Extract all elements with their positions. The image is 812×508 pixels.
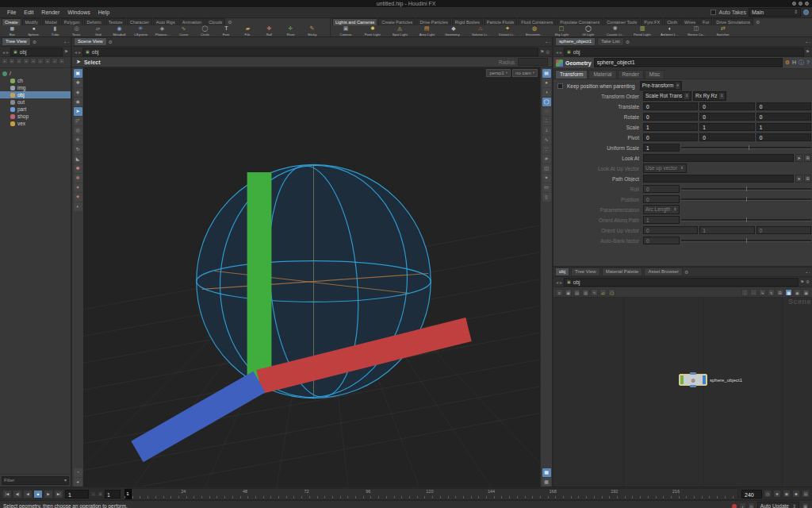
tree-item-out[interactable]: out (0, 98, 71, 106)
tab-tree-view[interactable]: Tree View (2, 37, 31, 46)
forward-icon[interactable]: ▸ (79, 49, 81, 55)
pin-icon[interactable]: ⚑ (64, 49, 68, 54)
shelf-tab-modify[interactable]: Modify (22, 18, 41, 25)
shelf-tool-spot-light[interactable]: ◬Spot Light (386, 25, 413, 37)
snapshot-icon[interactable]: ◔ (74, 468, 82, 477)
shelf-tab-animation[interactable]: Animation (179, 18, 205, 25)
rotate-tool-icon[interactable]: ↻ (74, 145, 82, 154)
menu-file[interactable]: File (3, 10, 20, 15)
prim-numbers-icon[interactable]: # (542, 155, 551, 164)
forward-icon[interactable]: ▸ (560, 279, 562, 285)
normals-display-icon[interactable]: ⊥ (542, 126, 551, 135)
shelf-tab-texture[interactable]: Texture (105, 18, 126, 25)
shelf-tool-environm[interactable]: ◍Environm... (521, 25, 548, 37)
grid-snap-icon[interactable]: ▦ (785, 289, 792, 296)
simulation-toggle-icon[interactable]: ◈ (773, 490, 781, 498)
node-sphere-object1[interactable]: ◍ sphere_object1 (679, 374, 742, 386)
align-nodes-icon[interactable]: ⋮ (741, 289, 749, 296)
shelf-tab-pyro-fx[interactable]: Pyro FX (641, 18, 663, 25)
back-icon[interactable]: ◂ (556, 49, 558, 55)
timeline-ruler[interactable]: 1 24487296120144168192216 (124, 488, 738, 500)
menu-help[interactable]: Help (94, 10, 113, 15)
shelf-tab-create-particles[interactable]: Create Particles (378, 18, 416, 25)
scene-path-field[interactable]: ▣ obj (82, 48, 538, 56)
reference-grid-icon[interactable]: ▦ (542, 468, 551, 477)
wireframe-icon[interactable]: ◯ (542, 98, 551, 106)
op-chooser-icon[interactable]: ⊞ (804, 175, 811, 183)
sop-filter-icon[interactable]: ▪ (30, 58, 36, 64)
shelf-tool-curve[interactable]: ∿Curve (173, 25, 194, 37)
pane-maximize-icon[interactable]: ▪ (546, 40, 547, 44)
shelf-tab-container-tools[interactable]: Container Tools (603, 18, 640, 25)
back-icon[interactable]: ◂ (556, 279, 558, 285)
pane-split-icon[interactable]: ◦ (809, 40, 810, 44)
shelf-tab-particle-fluids[interactable]: Particle Fluids (484, 18, 518, 25)
info-icon[interactable]: ⓘ (799, 59, 804, 67)
shelf-tool-metaball[interactable]: ◉Metaball (109, 25, 130, 37)
forward-icon[interactable]: ▸ (560, 49, 562, 55)
shelf-gear-icon[interactable]: ⚙ (754, 19, 761, 25)
auto-takes-checkbox[interactable] (710, 10, 716, 15)
shelf-tab-character[interactable]: Character (127, 18, 152, 25)
sticky-note-icon[interactable]: ▱ (599, 289, 607, 296)
shelf-tab-cloth[interactable]: Cloth (664, 18, 680, 25)
param-field-path-object[interactable] (643, 175, 794, 183)
shelf-tab-clouds[interactable]: Clouds (205, 18, 225, 25)
dropdown-scale-rot-trans[interactable]: Scale Rot Trans⇕ (643, 91, 691, 101)
param-field-scale-2[interactable]: 1 (756, 123, 811, 131)
shelf-tool-area-light[interactable]: ▤Area Light (413, 25, 440, 37)
keyframe-options-icon[interactable]: ◆ (792, 490, 800, 498)
shelf-tool-sticky[interactable]: ✎Sticky (301, 25, 323, 37)
param-field-translate-2[interactable]: 0 (756, 102, 811, 110)
peak-tool-icon[interactable]: ✶ (74, 183, 82, 192)
current-frame-marker[interactable]: 1 (124, 489, 132, 499)
shelf-tool-switcher[interactable]: ⇄Switcher (710, 25, 737, 37)
op-jump-icon[interactable]: ➤ (795, 175, 802, 183)
objects-state-icon[interactable]: ▣ (74, 69, 82, 78)
houdini-engine-icon[interactable]: H (792, 59, 796, 67)
shelf-tab-fluid-containers[interactable]: Fluid Containers (518, 18, 556, 25)
shelf-tab-fur[interactable]: Fur (699, 18, 712, 25)
organize-icon[interactable]: ⊞ (776, 289, 783, 296)
jump-up-icon[interactable]: ↰ (591, 289, 598, 296)
menu-edit[interactable]: Edit (20, 10, 37, 15)
tree-item-part[interactable]: part (0, 106, 71, 113)
realtime-toggle-icon[interactable]: ◷ (764, 490, 772, 498)
pane-menu-gear-icon[interactable]: ⚙ (684, 269, 688, 275)
maximize-button[interactable] (799, 2, 802, 6)
back-icon[interactable]: ◂ (75, 49, 77, 55)
tree-filter-input[interactable]: Filter ▾ (2, 476, 69, 485)
param-field-translate-0[interactable]: 0 (643, 102, 698, 110)
param-field-scale-0[interactable]: 1 (643, 123, 698, 131)
range-end-field[interactable]: 240 (741, 490, 762, 498)
forward-icon[interactable]: ▸ (6, 49, 9, 55)
render-state-icon[interactable]: ◉ (74, 98, 82, 106)
flipbook-icon[interactable]: ◕ (74, 478, 82, 487)
param-field-rotate-1[interactable]: 0 (699, 113, 754, 121)
param-field-pivot-1[interactable]: 0 (699, 133, 754, 141)
magnify-icon[interactable]: ◉ (794, 289, 801, 296)
field-guide-icon[interactable]: ▯ (542, 193, 551, 202)
vop-filter-icon[interactable]: ▪ (44, 58, 51, 64)
soft-select-icon[interactable]: ◎ (74, 126, 82, 135)
tree-path-field[interactable]: ▣ obj (10, 48, 63, 56)
slide-tool-icon[interactable]: ✷ (74, 193, 82, 202)
expand-all-icon[interactable]: ▪ (9, 58, 15, 64)
param-field-uniform-scale[interactable]: 1 (643, 144, 680, 152)
shelf-tab-drive-simulations[interactable]: Drive Simulations (713, 18, 753, 25)
shelf-tab-wires[interactable]: Wires (681, 18, 699, 25)
playback-options-icon[interactable]: ▤ (802, 490, 810, 498)
pane-split-icon[interactable]: ◦ (549, 40, 550, 44)
shelf-tool-null[interactable]: ✚Null (259, 25, 280, 37)
audio-options-icon[interactable]: ◉ (783, 490, 791, 498)
step-back-button[interactable]: ◀| (13, 490, 22, 498)
shelf-tool-file[interactable]: ▰File (237, 25, 259, 37)
pin-icon[interactable]: ⚑ (800, 279, 804, 284)
smooth-shaded-icon[interactable]: ● (542, 79, 551, 87)
param-field-translate-1[interactable]: 0 (699, 102, 754, 110)
display-options-icon[interactable]: ▤ (542, 69, 551, 78)
shelf-tool-grid[interactable]: ▱Grid (87, 25, 109, 37)
cook-indicator-icon[interactable]: ◎ (748, 502, 755, 508)
scale-tool-icon[interactable]: ◣ (74, 155, 82, 164)
pane-menu-gear-icon[interactable]: ⚙ (109, 39, 113, 44)
